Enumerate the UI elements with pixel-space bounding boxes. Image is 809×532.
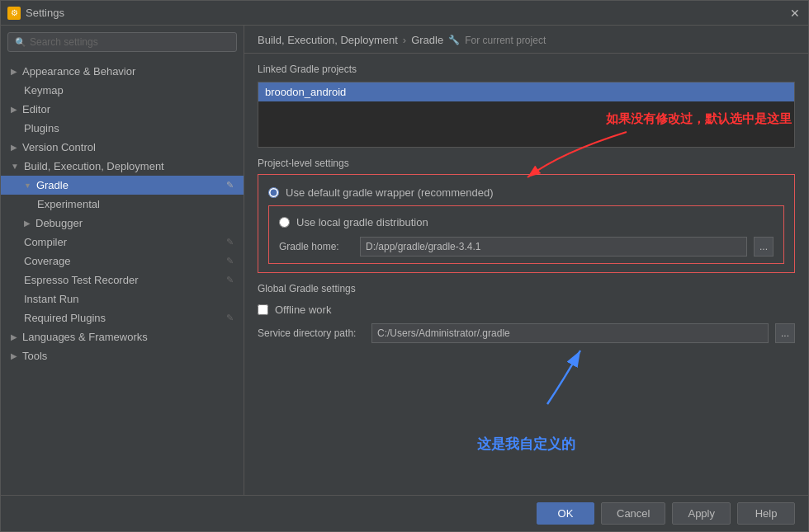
for-project-label: For current project [465, 35, 546, 46]
sidebar-item-label: Instant Run [24, 293, 79, 305]
sidebar-item-gradle[interactable]: ▼ Gradle ✎ [1, 176, 244, 195]
sidebar-item-appearance[interactable]: ▶ Appearance & Behavior [1, 62, 244, 81]
edit-icon: ✎ [226, 180, 234, 191]
search-placeholder: Search settings [30, 36, 98, 48]
edit-icon: ✎ [226, 313, 234, 323]
linked-project-item[interactable]: broodon_android [258, 82, 794, 101]
sidebar-item-label: Compiler [24, 236, 221, 248]
sidebar-item-label: Espresso Test Recorder [24, 274, 221, 286]
radio-local-distribution[interactable] [279, 217, 290, 228]
local-gradle-box: Use local gradle distribution Gradle hom… [268, 205, 784, 264]
arrow-icon: ▼ [11, 162, 19, 171]
radio-local-dist-label: Use local gradle distribution [296, 216, 428, 228]
sidebar-item-debugger[interactable]: ▶ Debugger [1, 214, 244, 233]
sidebar-item-keymap[interactable]: Keymap [1, 81, 244, 100]
sidebar-item-editor[interactable]: ▶ Editor [1, 100, 244, 119]
sidebar-item-required-plugins[interactable]: Required Plugins ✎ [1, 308, 244, 327]
project-icon: 🔧 [448, 35, 460, 45]
apply-button[interactable]: Apply [672, 502, 731, 525]
arrow-icon: ▶ [11, 332, 17, 341]
service-dir-row: Service directory path: ... [258, 323, 795, 343]
annotation-arrow-2 [498, 346, 597, 412]
ok-button[interactable]: OK [537, 502, 594, 525]
gradle-home-row: Gradle home: ... [279, 237, 774, 257]
service-dir-input[interactable] [371, 323, 769, 343]
sidebar-item-instant-run[interactable]: Instant Run [1, 290, 244, 308]
linked-projects-label: Linked Gradle projects [258, 64, 795, 75]
global-settings-label: Global Gradle settings [258, 283, 795, 294]
search-icon: 🔍 [15, 37, 26, 48]
breadcrumb-part2: Gradle [411, 34, 443, 46]
sidebar-item-version-control[interactable]: ▶ Version Control [1, 138, 244, 157]
service-dir-browse-button[interactable]: ... [775, 323, 795, 343]
offline-work-checkbox[interactable] [258, 304, 268, 315]
panel-body: Linked Gradle projects broodon_android P… [244, 54, 808, 495]
service-dir-label: Service directory path: [258, 327, 365, 339]
annotation-blue-text: 这是我自定义的 [477, 435, 575, 454]
sidebar-item-languages[interactable]: ▶ Languages & Frameworks [1, 327, 244, 346]
sidebar-item-label: Debugger [35, 217, 83, 229]
right-panel: Build, Execution, Deployment › Gradle 🔧 … [244, 26, 808, 495]
edit-icon: ✎ [226, 275, 234, 285]
gradle-home-browse-button[interactable]: ... [754, 237, 774, 257]
footer: OK Cancel Apply Help [1, 495, 808, 531]
close-button[interactable]: ✕ [788, 7, 802, 20]
offline-work-label: Offline work [275, 304, 331, 316]
edit-icon: ✎ [226, 237, 234, 247]
sidebar-item-build-exec-deploy[interactable]: ▼ Build, Execution, Deployment [1, 157, 244, 176]
breadcrumb-separator: › [403, 34, 406, 46]
sidebar-item-label: Build, Execution, Deployment [24, 160, 164, 172]
panel-header: Build, Execution, Deployment › Gradle 🔧 … [244, 26, 808, 54]
linked-projects-list[interactable]: broodon_android [258, 82, 795, 148]
arrow-icon: ▶ [24, 219, 31, 228]
arrow-icon: ▶ [11, 67, 17, 76]
offline-work-row: Offline work [258, 301, 795, 318]
window-title: Settings [26, 7, 64, 19]
radio-default-wrapper[interactable] [268, 187, 279, 198]
project-settings-label: Project-level settings [258, 158, 795, 169]
arrow-icon: ▶ [11, 143, 17, 152]
help-button[interactable]: Help [737, 502, 795, 525]
settings-dialog: ⚙ Settings ✕ 🔍 Search settings ▶ Appeara… [0, 0, 809, 532]
sidebar-item-label: Plugins [24, 122, 59, 134]
radio-default-wrapper-row: Use default gradle wrapper (recommended) [268, 183, 784, 202]
gradle-expand-icon: ▼ [24, 181, 31, 190]
arrow-icon: ▶ [11, 105, 17, 114]
sidebar-item-label: Languages & Frameworks [22, 331, 148, 343]
sidebar-item-label: Appearance & Behavior [22, 65, 135, 78]
arrow-icon: ▶ [11, 351, 17, 360]
sidebar: 🔍 Search settings ▶ Appearance & Behavio… [1, 26, 244, 495]
sidebar-item-label: Editor [22, 103, 50, 115]
sidebar-item-label: Required Plugins [24, 312, 221, 324]
main-content: 🔍 Search settings ▶ Appearance & Behavio… [1, 26, 808, 495]
settings-icon: ⚙ [7, 7, 21, 20]
titlebar-left: ⚙ Settings [7, 7, 64, 20]
sidebar-item-label: Gradle [36, 179, 221, 191]
titlebar: ⚙ Settings ✕ [1, 1, 808, 26]
gradle-home-label: Gradle home: [279, 241, 353, 252]
breadcrumb-part1: Build, Execution, Deployment [258, 34, 398, 46]
sidebar-item-compiler[interactable]: Compiler ✎ [1, 233, 244, 252]
gradle-home-input[interactable] [360, 237, 747, 257]
sidebar-item-espresso[interactable]: Espresso Test Recorder ✎ [1, 271, 244, 290]
sidebar-item-label: Keymap [24, 84, 64, 97]
radio-local-dist-row: Use local gradle distribution [279, 213, 774, 232]
sidebar-item-coverage[interactable]: Coverage ✎ [1, 252, 244, 271]
sidebar-item-label: Experimental [37, 198, 100, 210]
sidebar-item-label: Version Control [22, 141, 96, 153]
sidebar-item-label: Tools [22, 350, 47, 362]
search-box[interactable]: 🔍 Search settings [7, 32, 237, 52]
sidebar-item-label: Coverage [24, 255, 221, 267]
edit-icon: ✎ [226, 256, 234, 266]
radio-default-wrapper-label: Use default gradle wrapper (recommended) [286, 186, 493, 199]
sidebar-item-tools[interactable]: ▶ Tools [1, 346, 244, 365]
sidebar-item-plugins[interactable]: Plugins [1, 119, 244, 138]
nav-items: ▶ Appearance & Behavior Keymap ▶ Editor … [1, 59, 244, 369]
sidebar-item-experimental[interactable]: Experimental [1, 195, 244, 214]
project-settings-box: Use default gradle wrapper (recommended)… [258, 174, 795, 273]
cancel-button[interactable]: Cancel [601, 502, 665, 525]
